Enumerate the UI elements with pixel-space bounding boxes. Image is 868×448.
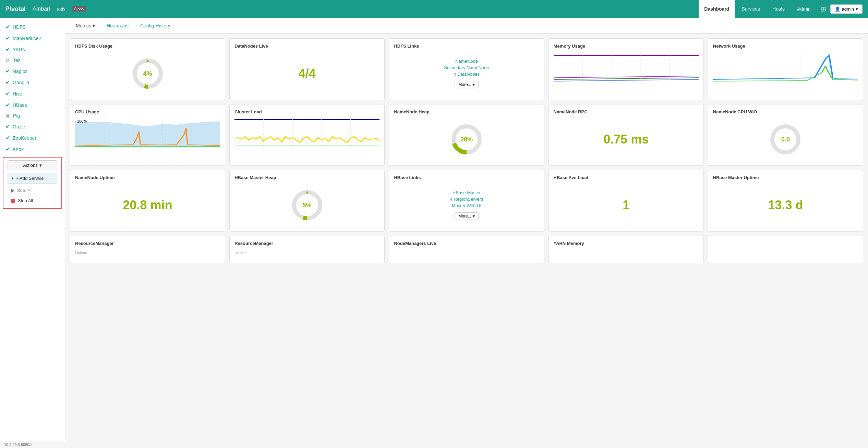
metric-title: NameNode Uptime [75, 175, 220, 180]
app-label: Ambari [33, 6, 50, 12]
stop-all-item[interactable]: Stop All [8, 196, 57, 206]
brand-label: Pivotal [5, 5, 26, 13]
donut-chart: 5% [290, 188, 324, 222]
hbase-regionservers-link[interactable]: 4 RegionServers [450, 197, 483, 202]
cluster-label: xxb [57, 6, 65, 12]
add-service-item[interactable]: + + Add Service [8, 173, 57, 184]
metric-card-hdfs-disk: HDFS Disk Usage 4% [70, 38, 225, 100]
metric-card-yarn-memory: YARN Memory [548, 236, 704, 263]
sidebar-item-hive[interactable]: ✔ Hive [0, 88, 65, 99]
metric-title: NodeManagers Live [394, 241, 539, 246]
more-button[interactable]: More... ▾ [455, 212, 478, 220]
metric-card-namenode-rpc: NameNode RPC 0.75 ms [548, 104, 704, 166]
metric-big-value: 13.3 d [713, 184, 858, 226]
metric-title: HBase Ave Load [554, 175, 699, 180]
hdfs-datanodes-link[interactable]: 4 DataNodes [454, 72, 480, 77]
admin-button[interactable]: 👤 admin ▾ [830, 4, 863, 14]
actions-area: Actions ▾ + + Add Service Start All Stop… [3, 157, 62, 209]
metric-card-cpu: CPU Usage 100% [70, 104, 225, 166]
sidebar-item-nagios[interactable]: ✔ Nagios [0, 65, 65, 77]
stop-icon [11, 199, 15, 203]
sidebar-item-label: HBase [13, 102, 27, 108]
metrics-grid: HDFS Disk Usage 4% DataNodes Live 4/4 [65, 34, 868, 268]
topnav-right: Dashboard Services Hosts Admin ⊞ 👤 admin… [699, 0, 863, 18]
tab-hosts[interactable]: Hosts [767, 0, 790, 18]
content-area: Metrics ▾ Heatmaps Config History HDFS D… [65, 18, 868, 448]
hbase-master-link[interactable]: HBase Master [453, 190, 481, 195]
metric-card-namenode-heap: NameNode Heap 20% [389, 104, 544, 166]
chevron-down-icon: ▾ [473, 214, 475, 219]
metric-title: NameNode RPC [554, 109, 699, 114]
sidebar-item-knox[interactable]: ✔ Knox [0, 144, 65, 155]
sidebar-item-label: Nagios [13, 69, 28, 74]
metric-card-hbase-uptime: HBase Master Uptime 13.3 d [708, 170, 863, 232]
tab-dashboard[interactable]: Dashboard [699, 0, 735, 18]
check-icon: ✔ [5, 135, 10, 141]
sidebar-item-pig[interactable]: 🖥 Pig [0, 111, 65, 121]
hbase-webui-link[interactable]: Master Web UI [452, 203, 481, 208]
check-icon: ✔ [5, 90, 10, 97]
sidebar-item-tez[interactable]: 🖥 Tez [0, 55, 65, 65]
metric-card-hbase-ave-load: HBase Ave Load 1 [548, 170, 704, 232]
sidebar-item-label: ZooKeeper [13, 135, 36, 141]
main-layout: ✔ HDFS ✔ MapReduce2 ✔ YARN 🖥 Tez ✔ Nagio… [0, 18, 868, 448]
check-icon: ✔ [5, 102, 10, 108]
tab-services[interactable]: Services [736, 0, 765, 18]
sidebar-item-ganglia[interactable]: ✔ Ganglia [0, 77, 65, 88]
actions-button[interactable]: Actions ▾ [8, 160, 57, 170]
check-icon: ✔ [5, 68, 10, 74]
check-icon: ✔ [5, 146, 10, 152]
tab-heatmaps[interactable]: Heatmaps [101, 20, 134, 32]
metric-title: HDFS Links [394, 43, 539, 49]
metric-title: Memory Usage [554, 43, 699, 49]
sidebar-item-label: Ganglia [13, 80, 29, 85]
donut-chart: 0.0 [768, 122, 803, 157]
check-icon: ✔ [5, 123, 10, 130]
svg-marker-12 [75, 121, 220, 147]
donut-chart: 4% [131, 57, 165, 91]
tab-config-history[interactable]: Config History [135, 20, 176, 32]
sidebar-item-label: YARN [13, 47, 26, 52]
hdfs-namenode-link[interactable]: NameNode [455, 59, 478, 64]
status-url: 10.2.29.3:8080/# [4, 443, 33, 447]
tab-metrics-label: Metrics [76, 23, 91, 28]
sidebar-item-hdfs[interactable]: ✔ HDFS [0, 21, 65, 33]
start-all-label: Start All [17, 188, 33, 193]
ops-badge: 0 ops [72, 6, 86, 12]
check-icon: ✔ [5, 24, 10, 30]
check-icon: ✔ [5, 79, 10, 86]
metric-card-rm-uptime2: ResourceManager Uptime [229, 236, 385, 263]
metric-center: 0.0 [713, 118, 858, 161]
sidebar-item-label: Pig [13, 113, 20, 119]
tab-admin[interactable]: Admin [792, 0, 816, 18]
metric-subtitle: Uptime [75, 251, 220, 255]
hdfs-secondary-namenode-link[interactable]: Secondary NameNode [444, 65, 489, 70]
sidebar-item-yarn[interactable]: ✔ YARN [0, 44, 65, 55]
metric-center: 5% [234, 184, 379, 226]
metric-center: 20% [394, 118, 539, 161]
sidebar: ✔ HDFS ✔ MapReduce2 ✔ YARN 🖥 Tez ✔ Nagio… [0, 18, 65, 448]
start-all-item[interactable]: Start All [8, 186, 57, 196]
more-button[interactable]: More... ▾ [455, 81, 478, 88]
tab-metrics[interactable]: Metrics ▾ [71, 20, 100, 32]
donut-value: 5% [303, 201, 312, 209]
grid-icon[interactable]: ⊞ [818, 5, 829, 13]
sidebar-item-label: Hive [13, 91, 22, 97]
metric-big-value: 1 [554, 184, 699, 226]
chevron-down-icon: ▾ [93, 23, 95, 28]
metric-title: DataNodes Live [234, 43, 379, 49]
cluster-load-chart [234, 118, 379, 149]
metric-card-hbase-links: HBase Links HBase Master 4 RegionServers… [389, 170, 544, 232]
play-icon [11, 189, 14, 193]
sidebar-item-zookeeper[interactable]: ✔ ZooKeeper [0, 132, 65, 144]
user-icon: 👤 [835, 7, 840, 12]
metric-card-network: Network Usage [708, 38, 863, 100]
donut-value: 0.0 [781, 136, 790, 143]
sidebar-item-mapreduce2[interactable]: ✔ MapReduce2 [0, 33, 65, 44]
sidebar-item-oozie[interactable]: ✔ Oozie [0, 121, 65, 132]
metric-title: HBase Master Uptime [713, 175, 858, 180]
metric-title: YARN Memory [554, 241, 699, 246]
metric-card-datanodes: DataNodes Live 4/4 [229, 38, 385, 100]
sidebar-item-hbase[interactable]: ✔ HBase [0, 99, 65, 111]
donut-value: 4% [143, 70, 152, 77]
